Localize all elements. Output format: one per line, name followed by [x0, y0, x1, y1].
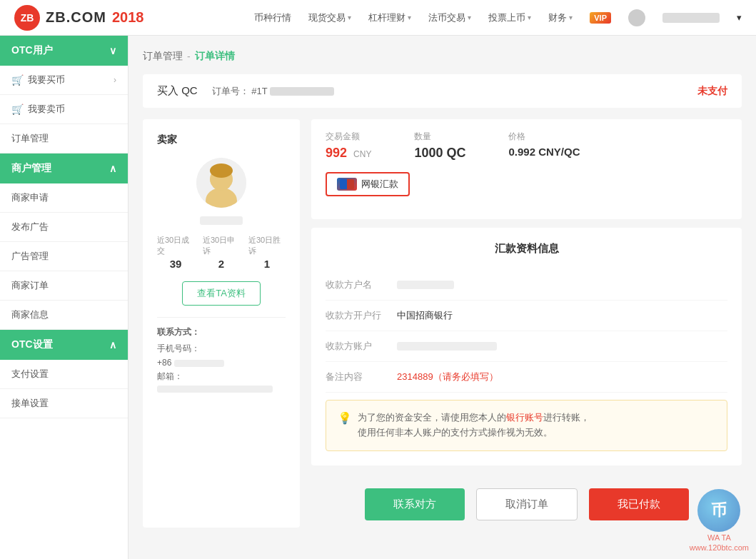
trade-amount-label: 交易金额 [326, 131, 371, 143]
sidebar-item-orders[interactable]: 订单管理 [0, 124, 128, 153]
wire-info-card: 汇款资料信息 收款方户名 收款方开户行 中国招商银行 收款方账户 [311, 228, 742, 465]
sidebar-item-buy-left: 🛒 我要买币 [11, 74, 65, 86]
watermark-url: www.120btc.com [690, 543, 749, 552]
warning-box: 💡 为了您的资金安全，请使用您本人的银行账号进行转账， 使用任何非本人账户的支付… [326, 400, 727, 451]
order-status: 未支付 [697, 85, 727, 98]
sidebar-item-order-settings[interactable]: 接单设置 [0, 389, 128, 418]
order-no-value: #1T [251, 86, 267, 96]
wire-ref-value: 2314889（请务必填写） [397, 371, 498, 383]
nav-item-fiat[interactable]: 法币交易 ▾ [428, 11, 471, 24]
svg-point-3 [210, 163, 233, 178]
sidebar-item-apply[interactable]: 商家申请 [0, 183, 128, 213]
email-value-blurred [157, 386, 273, 393]
sidebar-item-sell[interactable]: 🛒 我要卖币 [0, 95, 128, 124]
watermark-text: WA TA [707, 533, 731, 542]
nav-item-spot[interactable]: 现货交易 ▾ [308, 11, 351, 24]
sidebar-item-sell-left: 🛒 我要卖币 [11, 103, 65, 116]
avatar [196, 158, 246, 208]
contact-email: 邮箱： [157, 371, 286, 383]
sidebar-item-buy-label: 我要买币 [28, 74, 65, 86]
sidebar-section-otc-settings[interactable]: OTC设置 ∧ [0, 330, 128, 360]
order-header-left: 买入 QC 订单号： #1T [157, 84, 334, 98]
arrow-icon: ▾ [569, 14, 573, 21]
stat-disputes-value: 2 [218, 258, 224, 270]
payment-label: 网银汇款 [361, 178, 398, 191]
user-dropdown-arrow[interactable]: ▾ [737, 12, 742, 23]
wire-bank-field: 收款方开户行 中国招商银行 [326, 301, 727, 331]
warning-text-part3: 使用任何非本人账户的支付方式操作视为无效。 [358, 427, 553, 438]
wire-name-field: 收款方户名 [326, 270, 727, 301]
header: ZB ZB.COM 2018 币种行情 现货交易 ▾ 杠杆理财 ▾ 法币交易 ▾… [0, 0, 756, 36]
paid-button[interactable]: 我已付款 [589, 488, 689, 520]
stat-trades: 近30日成交 39 [157, 235, 194, 270]
sidebar-item-sell-label: 我要卖币 [28, 103, 65, 116]
nav-item-market[interactable]: 币种行情 [254, 11, 291, 24]
contact-title: 联系方式： [157, 326, 286, 338]
watermark-logo: 币 [697, 489, 740, 532]
phone-prefix: +86 [157, 358, 171, 368]
phone-blurred [174, 360, 224, 367]
sell-icon: 🛒 [11, 104, 24, 115]
nav-item-finance[interactable]: 财务 ▾ [548, 11, 573, 24]
wire-ref-field: 备注内容 2314889（请务必填写） [326, 362, 727, 393]
warning-text-part1: 为了您的资金安全，请使用您本人的 [358, 412, 506, 423]
warning-text-part2: 进行转账， [543, 412, 590, 423]
payment-method: 网银汇款 [326, 172, 727, 196]
wire-name-value [397, 281, 454, 289]
sidebar-item-payment-label: 支付设置 [11, 368, 49, 381]
breadcrumb-current: 订单详情 [195, 50, 235, 63]
order-type: 买入 QC [157, 84, 198, 98]
order-id-blurred [270, 87, 334, 96]
wire-account-label: 收款方账户 [326, 340, 397, 353]
trade-amount-value: 992 CNY [326, 146, 371, 161]
seller-card: 卖家 [143, 119, 300, 528]
sidebar-item-ad[interactable]: 发布广告 [0, 213, 128, 242]
seller-stats: 近30日成交 39 近30日申诉 2 近30日胜诉 1 [157, 235, 286, 270]
nav-item-vote[interactable]: 投票上币 ▾ [488, 11, 531, 24]
seller-label: 卖家 [157, 134, 177, 146]
sidebar-item-order-settings-label: 接单设置 [11, 397, 49, 410]
sidebar-item-merchant-info[interactable]: 商家信息 [0, 301, 128, 330]
nav-menu: 币种行情 现货交易 ▾ 杠杆理财 ▾ 法币交易 ▾ 投票上币 ▾ 财务 ▾ VI… [254, 9, 742, 26]
stat-disputes: 近30日申诉 2 [203, 235, 240, 270]
sidebar-item-ad-manage[interactable]: 广告管理 [0, 242, 128, 271]
sidebar-section-otc-settings-label: OTC设置 [11, 338, 53, 351]
chevron-right-icon: › [114, 75, 116, 85]
sidebar-item-merchant-order[interactable]: 商家订单 [0, 271, 128, 301]
logo-text: ZB.COM [46, 9, 106, 26]
stat-wins-value: 1 [264, 258, 270, 270]
sidebar: OTC用户 ∨ 🛒 我要买币 › 🛒 我要卖币 订单管理 商户管理 ∧ 商家申请 [0, 36, 128, 559]
sidebar-section-merchant[interactable]: 商户管理 ∧ [0, 153, 128, 183]
stat-wins-label: 近30日胜诉 [248, 235, 286, 256]
wire-title: 汇款资料信息 [326, 242, 727, 256]
buy-icon: 🛒 [11, 74, 24, 86]
breadcrumb-separator: - [187, 51, 191, 62]
contact-button[interactable]: 联系对方 [365, 488, 465, 520]
breadcrumb: 订单管理 - 订单详情 [143, 50, 742, 63]
cancel-button[interactable]: 取消订单 [476, 488, 578, 520]
sidebar-section-otc-user[interactable]: OTC用户 ∨ [0, 36, 128, 66]
order-id: 订单号： #1T [212, 85, 334, 98]
bank-icon-inner [340, 179, 354, 189]
sidebar-item-ad-label: 发布广告 [11, 221, 49, 233]
arrow-icon: ▾ [468, 14, 471, 21]
order-body: 卖家 [143, 119, 742, 528]
stat-disputes-label: 近30日申诉 [203, 235, 240, 256]
trade-price-value: 0.992 CNY/QC [508, 146, 580, 158]
sidebar-item-payment[interactable]: 支付设置 [0, 360, 128, 389]
sidebar-item-orders-label: 订单管理 [11, 132, 49, 145]
trade-amount-field: 交易金额 992 CNY [326, 131, 371, 161]
nav-item-leverage[interactable]: 杠杆理财 ▾ [368, 11, 411, 24]
sidebar-item-buy[interactable]: 🛒 我要买币 › [0, 66, 128, 95]
trade-quantity-value: 1000 QC [414, 146, 465, 161]
payment-method-button[interactable]: 网银汇款 [326, 172, 410, 196]
wire-bank-value: 中国招商银行 [397, 309, 453, 322]
logo-area: ZB ZB.COM 2018 [14, 5, 143, 31]
trade-info-row: 交易金额 992 CNY 数量 1000 QC 价格 0.9 [326, 131, 727, 161]
bank-icon [337, 178, 357, 191]
breadcrumb-parent[interactable]: 订单管理 [143, 50, 183, 63]
view-profile-button[interactable]: 查看TA资料 [182, 281, 261, 306]
contact-phone-number: +86 [157, 358, 286, 368]
wire-bank-label: 收款方开户行 [326, 309, 397, 322]
wire-ref-label: 备注内容 [326, 371, 397, 383]
